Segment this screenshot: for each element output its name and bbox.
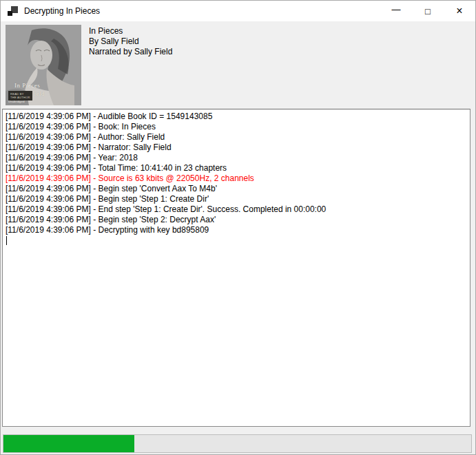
window-title: Decrypting In Pieces	[24, 6, 100, 16]
log-line: [11/6/2019 4:39:06 PM] - Total Time: 10:…	[6, 163, 467, 173]
cover-title-text: In Pieces	[14, 82, 40, 89]
app-icon-square-small	[8, 11, 12, 16]
log-line: [11/6/2019 4:39:06 PM] - Source is 63 kb…	[6, 173, 467, 184]
log-line: [11/6/2019 4:39:06 PM] - Audible Book ID…	[6, 112, 467, 122]
book-author: By Sally Field	[89, 36, 172, 47]
text-caret	[6, 236, 7, 245]
minimize-button[interactable]: —	[380, 1, 412, 21]
maximize-icon: □	[425, 6, 431, 17]
caption-buttons: — □ ×	[380, 1, 475, 21]
log-line: [11/6/2019 4:39:06 PM] - Begin step 'Con…	[6, 184, 467, 194]
app-icon	[8, 6, 19, 17]
maximize-button[interactable]: □	[412, 1, 444, 21]
app-window: Decrypting In Pieces — □ ×	[0, 0, 476, 455]
book-cover-image: In Pieces Sally Field READ BY THE AUTHOR…	[6, 25, 81, 105]
log-line: [11/6/2019 4:39:06 PM] - Begin step 'Ste…	[6, 215, 467, 225]
log-lines: [11/6/2019 4:39:06 PM] - Audible Book ID…	[6, 112, 467, 235]
book-narrator: Narrated by Sally Field	[89, 47, 172, 57]
cover-badge-line2: THE AUTHOR	[10, 96, 30, 99]
progress-bar-fill	[3, 435, 134, 452]
book-info: In Pieces By Sally Field Narrated by Sal…	[89, 26, 172, 57]
log-line: [11/6/2019 4:39:06 PM] - Year: 2018	[6, 153, 467, 163]
log-line: [11/6/2019 4:39:06 PM] - Begin step 'Ste…	[6, 194, 467, 204]
cover-edition-text: Unabridged	[8, 100, 25, 103]
log-line: [11/6/2019 4:39:06 PM] - Decrypting with…	[6, 225, 467, 235]
log-line: [11/6/2019 4:39:06 PM] - Author: Sally F…	[6, 132, 467, 142]
progress-bar	[3, 434, 472, 453]
close-icon: ×	[456, 5, 462, 17]
book-title: In Pieces	[89, 26, 172, 36]
cover-read-by-badge: READ BY THE AUTHOR	[8, 91, 32, 100]
log-output-textbox[interactable]: [11/6/2019 4:39:06 PM] - Audible Book ID…	[2, 109, 470, 427]
log-line: [11/6/2019 4:39:06 PM] - Book: In Pieces	[6, 122, 467, 132]
close-button[interactable]: ×	[444, 1, 475, 21]
minimize-icon: —	[392, 4, 401, 14]
log-line: [11/6/2019 4:39:06 PM] - End step 'Step …	[6, 204, 467, 215]
titlebar[interactable]: Decrypting In Pieces — □ ×	[1, 1, 475, 21]
log-line: [11/6/2019 4:39:06 PM] - Narrator: Sally…	[6, 142, 467, 153]
